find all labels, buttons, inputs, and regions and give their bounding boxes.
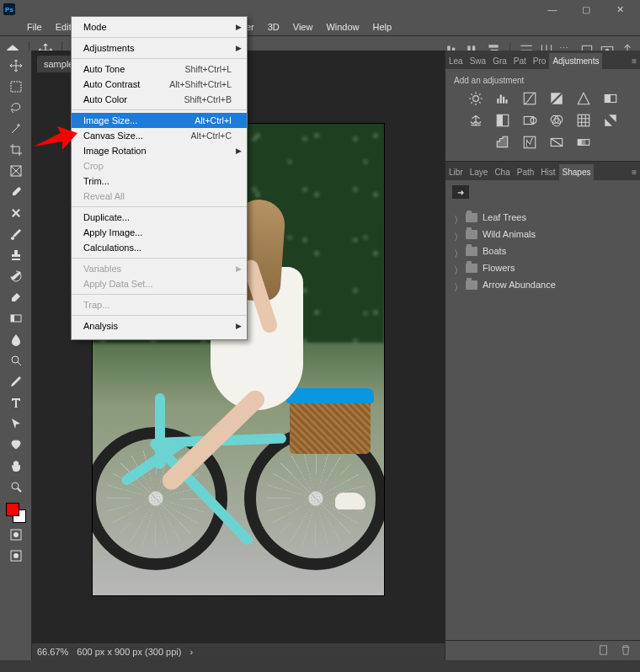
panel-menu-icon[interactable]: ≡ [628,164,640,180]
frame-tool[interactable] [5,161,27,180]
shape-folder[interactable]: 〉Flowers [449,259,637,276]
menu-item-adjustments[interactable]: Adjustments▶ [72,40,247,56]
gradient-map-icon[interactable] [576,136,591,149]
hue-icon[interactable] [603,92,618,105]
lookup-icon[interactable] [576,114,591,127]
menu-item-duplicate[interactable]: Duplicate... [72,210,247,225]
panel-footer [445,640,640,660]
shapes-panel: LibrLayeChaPathHistShapes≡ ➜ 〉Leaf Trees… [445,161,640,660]
menu-item-analysis[interactable]: Analysis▶ [72,318,247,333]
hand-tool[interactable] [5,456,27,475]
folder-label: Boats [483,246,506,256]
tab-path[interactable]: Path [514,164,538,180]
zoom-tool[interactable] [5,477,27,496]
crop-tool[interactable] [5,140,27,159]
menu-item-apply-image[interactable]: Apply Image... [72,225,247,240]
eyedrop-tool[interactable] [5,182,27,201]
menu-item-calculations[interactable]: Calculations... [72,240,247,255]
wand-tool[interactable] [5,119,27,138]
tab-shapes[interactable]: Shapes [559,164,595,180]
shape-folders: 〉Leaf Trees〉Wild Animals〉Boats〉Flowers〉A… [445,204,640,298]
screen-mode-icon[interactable] [5,546,27,565]
menu-3d[interactable]: 3D [261,20,286,34]
bw-icon[interactable] [495,114,510,127]
menu-window[interactable]: Window [319,20,365,34]
shape-folder[interactable]: 〉Leaf Trees [449,209,637,226]
chevron-right-icon[interactable]: › [189,647,193,657]
heal-tool[interactable] [5,203,27,222]
tab-laye[interactable]: Laye [467,164,492,180]
shape-folder[interactable]: 〉Wild Animals [449,226,637,243]
shape-folder[interactable]: 〉Boats [449,243,637,259]
svg-rect-4 [488,45,498,47]
menu-item-canvas-size[interactable]: Canvas Size...Alt+Ctrl+C [72,128,247,143]
color-swatch[interactable] [6,503,26,523]
tab-adjustments[interactable]: Adjustments [549,53,602,69]
menu-help[interactable]: Help [366,20,399,34]
tools-panel [0,51,32,660]
tab-gra[interactable]: Gra [489,53,510,69]
brightness-icon[interactable] [468,92,483,105]
dodge-tool[interactable] [5,350,27,370]
menu-item-auto-color[interactable]: Auto ColorShift+Ctrl+B [72,92,247,107]
blur-tool[interactable] [5,329,27,349]
menu-file[interactable]: File [20,20,49,34]
tab-libr[interactable]: Libr [445,164,467,180]
lasso-tool[interactable] [5,98,27,117]
svg-rect-24 [605,95,611,103]
posterize-icon[interactable] [495,136,510,149]
tab-lea[interactable]: Lea [445,53,467,69]
shape-tool[interactable] [5,435,27,454]
path-tool[interactable] [5,413,27,433]
pen-tool[interactable] [5,371,27,391]
zoom-level[interactable]: 66.67% [37,647,68,657]
svg-rect-37 [578,140,582,146]
menu-item-image-size[interactable]: Image Size...Alt+Ctrl+I [72,113,247,128]
tab-pat[interactable]: Pat [510,53,530,69]
balance-icon[interactable] [468,114,483,127]
shape-folder[interactable]: 〉Arrow Abundance [449,276,637,293]
exposure-icon[interactable] [549,92,564,105]
arrow-icon[interactable]: ➜ [452,185,469,199]
tab-pro[interactable]: Pro [530,53,550,69]
folder-label: Wild Animals [483,229,536,239]
invert-icon[interactable] [603,114,618,127]
folder-label: Flowers [483,263,515,273]
folder-icon [466,264,477,273]
close-button[interactable]: ✕ [603,2,637,17]
stamp-tool[interactable] [5,245,27,264]
history-tool[interactable] [5,266,27,285]
chevron-right-icon: 〉 [454,231,461,237]
menu-item-image-rotation[interactable]: Image Rotation▶ [72,143,247,158]
chevron-right-icon: 〉 [454,214,461,221]
status-bar: 66.67% 600 px x 900 px (300 ppi) › [32,643,445,660]
type-tool[interactable] [5,392,27,412]
menu-item-mode[interactable]: Mode▶ [72,19,247,35]
minimize-button[interactable]: — [536,2,569,17]
photo-filter-icon[interactable] [522,114,537,127]
menu-item-auto-tone[interactable]: Auto ToneShift+Ctrl+L [72,61,247,77]
gradient-tool[interactable] [5,308,27,328]
maximize-button[interactable]: ▢ [569,2,603,17]
levels-icon[interactable] [495,92,510,105]
move-tool[interactable] [5,56,27,75]
eraser-tool[interactable] [5,287,27,307]
tab-hist[interactable]: Hist [537,164,558,180]
tab-swa[interactable]: Swa [467,53,489,69]
menu-item-trim[interactable]: Trim... [72,173,247,189]
marquee-tool[interactable] [5,77,27,96]
threshold-icon[interactable] [522,136,537,149]
panel-menu-icon[interactable]: ≡ [628,53,640,69]
selective-icon[interactable] [549,136,564,149]
tab-cha[interactable]: Cha [491,164,513,180]
brush-tool[interactable] [5,224,27,243]
annotation-arrow [32,125,79,153]
vibrance-icon[interactable] [576,92,591,105]
channel-mixer-icon[interactable] [549,114,564,127]
trash-icon[interactable] [620,644,632,658]
quick-mask-icon[interactable] [5,525,27,544]
new-icon[interactable] [598,644,610,658]
curves-icon[interactable] [522,92,537,105]
menu-item-auto-contrast[interactable]: Auto ContrastAlt+Shift+Ctrl+L [72,77,247,92]
menu-view[interactable]: View [286,20,320,34]
